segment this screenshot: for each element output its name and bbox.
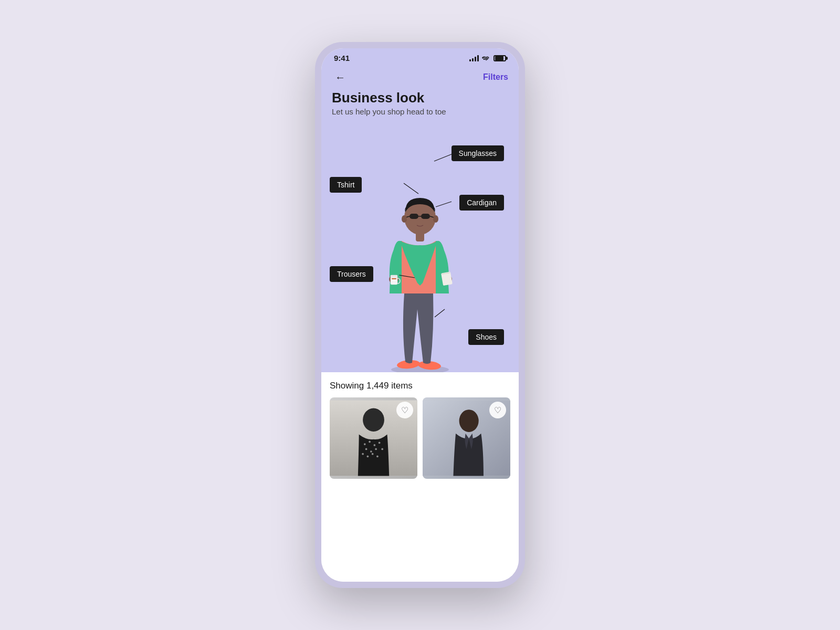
svg-rect-13 xyxy=(421,214,430,219)
page-subtitle: Let us help you shop head to toe xyxy=(332,107,508,116)
svg-point-37 xyxy=(376,456,379,458)
title-area: Business look Let us help you shop head … xyxy=(321,88,519,120)
avatar-figure xyxy=(368,136,472,372)
cardigan-label[interactable]: Cardigan xyxy=(459,195,504,211)
nav-bar: ← Filters xyxy=(321,66,519,88)
svg-point-33 xyxy=(375,448,377,450)
back-button[interactable]: ← xyxy=(332,69,349,86)
page-title: Business look xyxy=(332,90,508,106)
svg-point-41 xyxy=(459,410,479,432)
wishlist-button-1[interactable]: ♡ xyxy=(396,402,413,418)
svg-point-34 xyxy=(362,453,364,455)
shoes-label[interactable]: Shoes xyxy=(468,329,504,345)
status-bar: 9:41 xyxy=(321,48,519,66)
phone-shell: 9:41 xyxy=(315,42,525,588)
content-section: Showing 1,449 items xyxy=(321,372,519,582)
heart-icon-2: ♡ xyxy=(494,405,501,415)
battery-icon xyxy=(494,55,506,61)
svg-point-31 xyxy=(365,448,368,450)
svg-point-17 xyxy=(402,215,407,223)
back-arrow-icon: ← xyxy=(335,72,345,82)
phone-screen: 9:41 xyxy=(321,48,519,582)
product-card: ♡ xyxy=(330,397,417,479)
heart-icon-1: ♡ xyxy=(401,405,408,415)
svg-point-27 xyxy=(364,443,366,445)
svg-rect-6 xyxy=(391,275,397,278)
items-count: Showing 1,449 items xyxy=(330,381,510,391)
svg-point-28 xyxy=(369,441,371,443)
tshirt-label[interactable]: Tshirt xyxy=(330,177,362,193)
signal-bars-icon xyxy=(469,55,479,61)
product-grid: ♡ xyxy=(330,397,510,479)
avatar-area: Sunglasses Tshirt Cardigan Trousers Shoe… xyxy=(321,120,519,372)
svg-point-35 xyxy=(367,456,369,458)
filters-button[interactable]: Filters xyxy=(483,72,508,82)
svg-rect-12 xyxy=(410,214,418,219)
hero-section: ← Filters Business look Let us help you … xyxy=(321,66,519,372)
svg-point-26 xyxy=(363,408,384,432)
wifi-icon xyxy=(482,55,490,61)
wishlist-button-2[interactable]: ♡ xyxy=(489,402,506,418)
svg-point-36 xyxy=(372,453,374,455)
svg-point-29 xyxy=(374,444,376,446)
status-icons xyxy=(469,55,506,61)
svg-point-38 xyxy=(381,448,383,450)
trousers-label[interactable]: Trousers xyxy=(330,266,373,282)
svg-point-30 xyxy=(379,442,381,444)
sunglasses-label[interactable]: Sunglasses xyxy=(452,145,504,161)
status-time: 9:41 xyxy=(334,54,350,62)
svg-point-18 xyxy=(433,215,438,223)
svg-rect-7 xyxy=(392,278,396,279)
product-card-2: ♡ xyxy=(423,397,510,479)
svg-point-32 xyxy=(370,450,372,453)
